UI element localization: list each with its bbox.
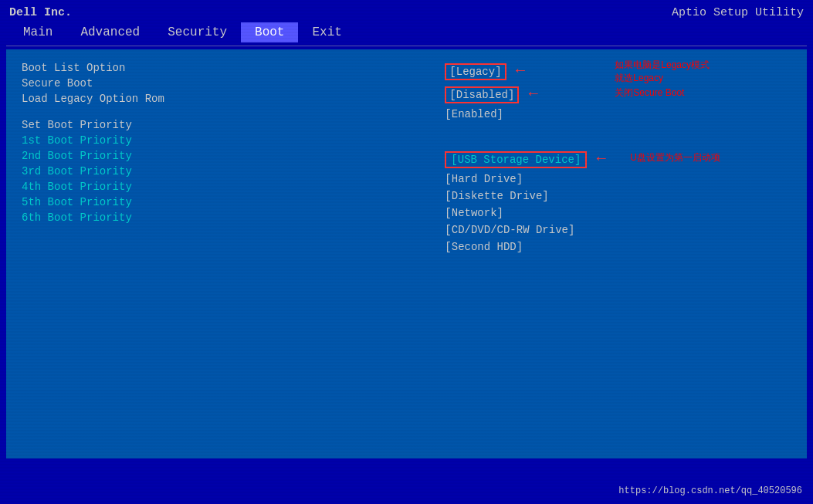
nav-divider	[6, 46, 807, 46]
annotation-2: 关闭Secure Boot	[615, 86, 684, 100]
nav-exit[interactable]: Exit	[298, 22, 355, 42]
annotation-3: U盘设置为第一启动项	[630, 151, 720, 164]
ann1-text: 如果电脑是Legacy模式就选Legacy	[615, 59, 710, 83]
hard-drive-row: [Hard Drive]	[445, 173, 791, 185]
ann2-text: 关闭Secure Boot	[615, 87, 684, 98]
right-values: [Legacy] ← 如果电脑是Legacy模式就选Legacy [Disabl…	[445, 62, 791, 253]
priority-1[interactable]: 1st Boot Priority	[22, 134, 445, 147]
company-name: Dell Inc.	[9, 6, 72, 19]
nav-security[interactable]: Security	[154, 22, 241, 42]
priority-6[interactable]: 6th Boot Priority	[22, 211, 445, 224]
hard-drive-value: [Hard Drive]	[445, 173, 523, 185]
network-value: [Network]	[445, 207, 503, 219]
left-panel: Boot List Option Secure Boot Load Legacy…	[22, 62, 445, 446]
network-row: [Network]	[445, 207, 791, 219]
disabled-value[interactable]: [Disabled]	[445, 86, 519, 103]
header-bar: Dell Inc. Aptio Setup Utility	[0, 0, 813, 19]
nav-bar: Main Advanced Security Boot Exit	[0, 19, 813, 46]
nav-main[interactable]: Main	[9, 22, 66, 42]
legacy-value-row: [Legacy] ← 如果电脑是Legacy模式就选Legacy	[445, 62, 791, 80]
second-hdd-row: [Second HDD]	[445, 241, 791, 253]
cddvd-value: [CD/DVD/CD-RW Drive]	[445, 224, 574, 236]
priority-4[interactable]: 4th Boot Priority	[22, 181, 445, 193]
main-content: Boot List Option Secure Boot Load Legacy…	[6, 49, 807, 458]
secure-boot-label: Secure Boot	[22, 77, 445, 90]
diskette-value: [Diskette Drive]	[445, 190, 548, 202]
nav-boot[interactable]: Boot	[241, 22, 298, 42]
priority-3[interactable]: 3rd Boot Priority	[22, 165, 445, 178]
nav-advanced[interactable]: Advanced	[66, 22, 154, 42]
usb-storage-row: [USB Storage Device] ← U盘设置为第一启动项	[445, 150, 791, 168]
annotation-1: 如果电脑是Legacy模式就选Legacy	[615, 59, 710, 85]
boot-priority-values: [USB Storage Device] ← U盘设置为第一启动项 [Hard …	[445, 150, 791, 253]
second-hdd-value: [Second HDD]	[445, 241, 523, 253]
diskette-row: [Diskette Drive]	[445, 190, 791, 202]
arrow-icon-3: ←	[597, 150, 606, 167]
enabled-value-row: [Enabled]	[445, 108, 791, 120]
usb-storage-value[interactable]: [USB Storage Device]	[445, 151, 587, 168]
enabled-value: [Enabled]	[445, 108, 503, 120]
set-boot-priority-label: Set Boot Priority	[22, 119, 445, 131]
priority-2[interactable]: 2nd Boot Priority	[22, 150, 445, 162]
ann3-text: U盘设置为第一启动项	[630, 152, 720, 163]
utility-title: Aptio Setup Utility	[672, 6, 804, 19]
arrow-icon-2: ←	[529, 85, 538, 103]
disabled-value-row: [Disabled] ← 关闭Secure Boot	[445, 85, 791, 103]
right-panel: [Legacy] ← 如果电脑是Legacy模式就选Legacy [Disabl…	[445, 62, 791, 446]
boot-list-option-label: Boot List Option	[22, 62, 445, 74]
arrow-icon-1: ←	[516, 62, 525, 79]
legacy-value[interactable]: [Legacy]	[445, 63, 506, 80]
load-legacy-label: Load Legacy Option Rom	[22, 93, 445, 105]
footer-url: https://blog.csdn.net/qq_40520596	[618, 485, 802, 496]
priority-5[interactable]: 5th Boot Priority	[22, 196, 445, 208]
cddvd-row: [CD/DVD/CD-RW Drive]	[445, 224, 791, 236]
